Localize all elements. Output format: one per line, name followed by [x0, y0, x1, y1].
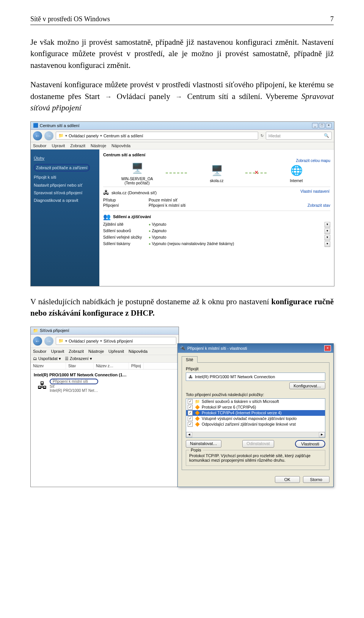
menu-zobrazit[interactable]: Zobrazit [70, 143, 85, 148]
toolbar: 🗂 Uspořádat ▾ ☰ Zobrazení ▾ [31, 355, 179, 363]
connection-item[interactable]: 🖧 Připojení k místní síti Síť Intel(R) P… [38, 379, 176, 393]
list-item[interactable]: Odpovídající zařízení zjišťování topolog… [202, 422, 296, 426]
tab-site[interactable]: Sítě [182, 356, 198, 363]
col-status[interactable]: Stav [66, 363, 94, 369]
list-item-selected[interactable]: Protokol TCP/IPv4 (Internet Protocol ver… [202, 410, 281, 415]
screenshot-network-center: 🟦 Centrum sítí a sdílení _ □ × ← → 📁 ▾ O… [30, 121, 334, 286]
arrow-icon: → [175, 92, 182, 102]
back-button[interactable]: ← [33, 337, 42, 346]
folder-icon: 📁 [33, 328, 38, 333]
expand-button[interactable]: ▾ [325, 235, 330, 241]
close-button[interactable]: × [326, 123, 332, 128]
printer-share-value: Vypnuto (nejsou nainstalovány žádné tisk… [152, 241, 234, 246]
menu-nastroje[interactable]: Nástroje [91, 143, 106, 148]
menu-napoveda[interactable]: Nápověda [111, 143, 130, 148]
window-controls: _ □ × [312, 123, 332, 128]
para3-a: V následujících nabídkách je postupně do… [30, 297, 271, 306]
crumb-2[interactable]: Síťová připojení [104, 339, 133, 343]
forward-button[interactable]: → [44, 131, 53, 140]
connection-label: Připojení [103, 203, 149, 208]
forward-button[interactable]: → [44, 337, 53, 346]
window-icon: 🟦 [33, 123, 38, 128]
sidebar-item-manage[interactable]: Spravovat síťová připojení [34, 190, 96, 195]
expand-button[interactable]: ▾ [325, 222, 330, 228]
adapter-field: 🖧 Intel(R) PRO/1000 MT Network Connectio… [186, 373, 325, 381]
connection-name: Připojení k místní síti [50, 379, 98, 384]
scroll-right-icon[interactable]: ► [319, 432, 325, 437]
status-dot-icon: ● [149, 236, 151, 239]
organize-button[interactable]: 🗂 Uspořádat ▾ [33, 356, 61, 361]
sidebar-head: Úlohy [34, 156, 96, 161]
uninstall-button[interactable]: Odinstalovat [242, 440, 274, 448]
views-label: Zobrazení [70, 356, 89, 361]
map-connector [166, 173, 188, 173]
col-conn[interactable]: Připoj [129, 363, 144, 369]
list-item[interactable]: Protokol IP verze 6 (TCP/IPv6) [202, 405, 256, 409]
menu-nastroje[interactable]: Nástroje [88, 349, 104, 354]
view-full-map-link[interactable]: Zobrazit celou mapu [296, 159, 330, 163]
sidebar-item-connect[interactable]: Připojit k síti [34, 175, 96, 180]
view-status-link[interactable]: Zobrazit stav [308, 203, 330, 208]
crumb-2[interactable]: Centrum sítí a sdílení [104, 134, 143, 138]
expand-button[interactable]: ▾ [325, 228, 330, 234]
para2-a: Ovládací panely [117, 92, 170, 101]
crumb-1[interactable]: Ovládací panely [69, 134, 99, 138]
properties-button[interactable]: Vlastnosti [295, 440, 325, 448]
list-item[interactable]: Sdílení souborů a tiskáren v sítích Micr… [202, 399, 279, 404]
cancel-button[interactable]: Storno [303, 476, 329, 483]
nic-icon: 🔌 [180, 346, 185, 351]
menu-upresnit[interactable]: Upřesnit [108, 349, 124, 354]
menu-upravit[interactable]: Upravit [51, 349, 64, 354]
folder-icon: 📁 [58, 338, 64, 343]
horizontal-scrollbar[interactable]: ◄ ► [186, 432, 325, 437]
scroll-left-icon[interactable]: ◄ [186, 432, 192, 437]
status-dot-icon: ● [149, 229, 151, 233]
sidebar-item-devices-label: Zobrazit počítače a zařízení [34, 164, 90, 171]
install-button[interactable]: Nainstalovat… [186, 440, 221, 448]
menu-napoveda[interactable]: Nápověda [129, 349, 147, 354]
expand-button[interactable]: ▾ [325, 241, 330, 247]
file-share-label: Sdílení souborů [103, 228, 149, 234]
menu-soubor[interactable]: Soubor [33, 349, 46, 354]
refresh-icon[interactable]: ↻ [260, 134, 264, 138]
map-connector-broken [245, 173, 268, 173]
page-header: Sítě v prostředí OS Windows 7 [30, 15, 334, 25]
configure-button[interactable]: Konfigurovat… [289, 382, 325, 389]
maximize-button[interactable]: □ [319, 123, 325, 128]
uses-label: Toto připojení používá následující polož… [186, 392, 325, 397]
customize-link[interactable]: Vlastní nastavení [300, 189, 329, 193]
nic-icon: 🖧 [38, 380, 47, 392]
main-heading: Centrum sítí a sdílení [103, 153, 330, 157]
search-input[interactable]: Hledat 🔍 [266, 132, 332, 140]
crumb-1[interactable]: Ovládací panely [69, 339, 99, 343]
header-title: Sítě v prostředí OS Windows [30, 15, 110, 23]
address-bar[interactable]: 📁 ▾ Ovládací panely ▾ Síťová připojení [56, 337, 176, 345]
access-value: Pouze místní síť [149, 198, 330, 202]
nic-icon: 🖧 [188, 374, 193, 379]
components-listbox[interactable]: ✓📁Sdílení souborů a tiskáren v sítích Mi… [186, 398, 325, 438]
menu-soubor[interactable]: Soubor [33, 143, 46, 148]
menu-upravit[interactable]: Upravit [52, 143, 65, 148]
sharing-section: 👥 Sdílení a zjišťování Zjištění sítě ●Vy… [103, 211, 330, 250]
list-group: Intel(R) PRO/1000 MT Network Connection … [34, 373, 176, 377]
col-device[interactable]: Název z… [94, 363, 129, 369]
main-panel: Centrum sítí a sdílení Zobrazit celou ma… [99, 149, 334, 286]
window-titlebar: 🟦 Centrum sítí a sdílení _ □ × [31, 122, 334, 130]
status-dot-icon: ● [149, 242, 151, 246]
sidebar-item-devices[interactable]: Zobrazit počítače a zařízení [34, 163, 96, 172]
views-button[interactable]: ☰ Zobrazení ▾ [65, 356, 92, 361]
window-title: Síťová připojení [40, 328, 69, 333]
discovery-value: Vypnuto [152, 222, 166, 226]
ok-button[interactable]: OK [275, 476, 300, 483]
col-name[interactable]: Název [31, 363, 66, 369]
back-button[interactable]: ← [33, 131, 42, 140]
list-item[interactable]: Vstupně výstupní ovladač mapovače zjišťo… [202, 416, 297, 421]
sidebar-item-setup[interactable]: Nastavit připojení nebo síť [34, 182, 96, 188]
menu-zobrazit[interactable]: Zobrazit [69, 349, 84, 354]
sidebar-item-diagnose[interactable]: Diagnostikovat a opravit [34, 198, 96, 203]
address-bar[interactable]: 📁 ▾ Ovládací panely ▾ Centrum sítí a sdí… [56, 132, 258, 140]
minimize-button[interactable]: _ [312, 123, 318, 128]
close-button[interactable]: × [324, 345, 331, 351]
dialog-title: Připojení k místní síti - vlastnosti [187, 346, 247, 351]
screenshot-connections: 📁 Síťová připojení ← → 📁 ▾ Ovládací pane… [30, 327, 334, 487]
